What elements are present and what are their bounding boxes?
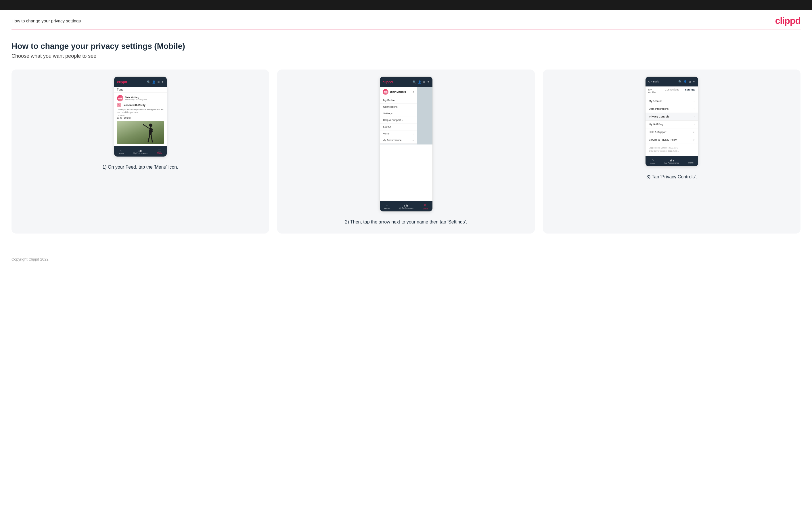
- my-golf-bag-label: My Golf Bag: [649, 123, 663, 126]
- feed-lesson-row: ✎ Lesson with Fordy: [117, 103, 164, 107]
- feed-avatar: BM: [117, 95, 123, 101]
- menu-user-row[interactable]: BM Blair McHarg ∧: [380, 87, 417, 97]
- chart-icon: [139, 149, 143, 152]
- version-line1: Clippd Client Version: 2022.8.3-3: [649, 146, 695, 149]
- header: How to change your privacy settings clip…: [0, 10, 812, 30]
- tab-settings[interactable]: Settings: [682, 87, 698, 96]
- user-icon[interactable]: 👤: [418, 80, 421, 83]
- settings-item-help-support[interactable]: Help & Support ↗: [646, 128, 698, 136]
- logo: clippd: [775, 15, 801, 26]
- step1-nav-performance[interactable]: My Performance: [133, 149, 148, 154]
- data-integrations-chevron: ›: [694, 107, 695, 110]
- menu-user-info: BM Blair McHarg: [383, 89, 406, 95]
- step3-menu-label: Menu: [689, 162, 694, 164]
- step1-logo: clippd: [117, 80, 127, 84]
- settings-circle-icon[interactable]: ⚙: [157, 80, 160, 83]
- menu-home-chevron: ⌄: [412, 132, 414, 135]
- settings-item-privacy-controls[interactable]: Privacy Controls ›: [646, 113, 698, 121]
- menu-item-connections[interactable]: Connections: [380, 104, 417, 110]
- menu-performance-label: My Performance: [383, 139, 402, 142]
- step-3-card: < < Back 🔍 👤 ⚙ ▼ My Profile Connections …: [543, 69, 801, 233]
- menu-section-performance[interactable]: My Performance ⌄: [380, 137, 417, 144]
- chevron-down-icon[interactable]: ▼: [693, 80, 695, 83]
- menu-user-avatar: BM: [383, 89, 389, 95]
- step1-home-label: Home: [118, 153, 124, 155]
- menu-section-home[interactable]: Home ⌄: [380, 130, 417, 137]
- step3-bottom-nav: ⌂ Home My Performance: [646, 156, 698, 166]
- step2-content-area: BM Blair McHarg ∧ My Profile Connections…: [380, 87, 433, 201]
- feed-user-name: Blair McHarg: [125, 96, 147, 99]
- step2-nav-home[interactable]: ⌂ Home: [384, 204, 390, 210]
- tab-connections[interactable]: Connections: [662, 87, 682, 96]
- privacy-controls-label: Privacy Controls: [649, 115, 670, 118]
- help-support-label: Help & Support: [649, 131, 666, 133]
- menu-item-my-profile[interactable]: My Profile: [380, 97, 417, 104]
- my-account-label: My Account: [649, 100, 662, 103]
- step2-menu-panel: BM Blair McHarg ∧ My Profile Connections…: [380, 87, 417, 144]
- search-icon[interactable]: 🔍: [678, 80, 682, 83]
- step3-nav-performance[interactable]: My Performance: [664, 159, 679, 164]
- step-1-caption: 1) On your Feed, tap the 'Menu' icon.: [102, 164, 178, 171]
- menu-icon: [158, 149, 161, 151]
- chevron-down-icon[interactable]: ▼: [162, 81, 164, 83]
- step3-nav-menu[interactable]: Menu: [689, 159, 694, 164]
- step1-nav-icons: 🔍 👤 ⚙ ▼: [147, 80, 164, 83]
- service-external-icon: ↗: [693, 139, 695, 141]
- search-icon[interactable]: 🔍: [147, 80, 150, 83]
- step-2-phone: clippd 🔍 👤 ⚙ ▼: [379, 76, 433, 212]
- footer: Copyright Clippd 2022: [0, 251, 812, 270]
- step2-nav-performance[interactable]: My Performance: [399, 204, 413, 209]
- feed-duration-label: Duration: [117, 115, 164, 117]
- step3-nav-home[interactable]: ⌂ Home: [650, 158, 655, 164]
- step1-feed-content: BM Blair McHarg Yesterday · Sunningdale …: [114, 93, 167, 146]
- home-icon: ⌂: [120, 149, 122, 152]
- step3-back-bar: < < Back 🔍 👤 ⚙ ▼: [646, 77, 698, 87]
- settings-item-data-integrations[interactable]: Data Integrations ›: [646, 105, 698, 113]
- step1-nav-menu[interactable]: Menu: [157, 149, 162, 154]
- menu-item-settings[interactable]: Settings: [380, 110, 417, 117]
- page-subtitle: Choose what you want people to see: [11, 53, 801, 59]
- search-icon[interactable]: 🔍: [413, 80, 416, 83]
- lesson-icon: ✎: [117, 103, 121, 107]
- chevron-down-icon[interactable]: ▼: [427, 81, 429, 83]
- settings-version-info: Clippd Client Version: 2022.8.3-3 GQL Se…: [646, 144, 698, 155]
- user-icon[interactable]: 👤: [152, 80, 156, 83]
- feed-post-header: BM Blair McHarg Yesterday · Sunningdale: [117, 95, 164, 101]
- step1-nav-home[interactable]: ⌂ Home: [118, 149, 124, 155]
- user-icon[interactable]: 👤: [683, 80, 687, 83]
- menu-home-label: Home: [383, 132, 390, 135]
- step1-menu-label: Menu: [157, 152, 162, 154]
- step3-nav-icons: 🔍 👤 ⚙ ▼: [678, 80, 695, 83]
- service-privacy-label: Service & Privacy Policy: [649, 138, 677, 141]
- back-label: < Back: [651, 80, 659, 83]
- step-3-caption: 3) Tap 'Privacy Controls'.: [646, 173, 697, 180]
- feed-lesson-title: Lesson with Fordy: [123, 104, 146, 107]
- step1-bottom-nav: ⌂ Home My Performance: [114, 146, 167, 157]
- menu-item-help-support[interactable]: Help & Support: [380, 117, 417, 123]
- step-1-phone: clippd 🔍 👤 ⚙ ▼ Feed BM: [114, 76, 167, 157]
- feed-user-date: Yesterday · Sunningdale: [125, 99, 147, 101]
- step-2-card: clippd 🔍 👤 ⚙ ▼: [277, 69, 535, 233]
- step2-menu-label: Menu: [423, 208, 428, 210]
- feed-golf-image: [117, 121, 164, 144]
- tab-my-profile[interactable]: My Profile: [646, 87, 662, 96]
- settings-item-my-golf-bag[interactable]: My Golf Bag ›: [646, 121, 698, 128]
- step3-home-label: Home: [650, 162, 655, 164]
- step3-performance-label: My Performance: [664, 162, 679, 164]
- menu-section: Home ⌄ My Performance ⌄: [380, 130, 417, 144]
- menu-item-logout[interactable]: Logout: [380, 123, 417, 130]
- settings-item-service-privacy[interactable]: Service & Privacy Policy ↗: [646, 136, 698, 144]
- feed-lesson-desc: Looking to feel like my hands are exitin…: [117, 108, 164, 113]
- settings-tabs: My Profile Connections Settings: [646, 87, 698, 96]
- settings-item-my-account[interactable]: My Account ›: [646, 97, 698, 105]
- back-arrow-icon: <: [648, 80, 650, 83]
- step1-feed-tab: Feed: [114, 87, 167, 93]
- back-button[interactable]: < < Back: [648, 80, 659, 83]
- settings-circle-icon[interactable]: ⚙: [689, 80, 691, 83]
- close-icon: ✕: [424, 203, 427, 207]
- step2-nav-menu[interactable]: ✕ Menu: [423, 203, 428, 210]
- settings-circle-icon[interactable]: ⚙: [423, 80, 425, 83]
- menu-performance-chevron: ⌄: [412, 139, 414, 142]
- step2-right-bg: [417, 87, 433, 145]
- menu-user-name: Blair McHarg: [390, 91, 406, 93]
